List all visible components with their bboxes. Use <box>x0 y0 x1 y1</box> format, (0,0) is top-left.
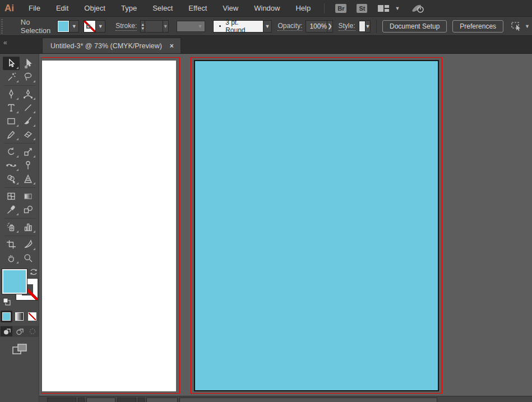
document-tab[interactable]: Untitled-3* @ 73% (CMYK/Preview) × <box>42 38 181 53</box>
gradient-button[interactable] <box>13 311 25 322</box>
puppet-warp-tool-icon[interactable] <box>20 159 36 172</box>
fill-indicator[interactable] <box>2 269 27 294</box>
hand-tool-icon[interactable] <box>3 251 20 265</box>
tool-separator <box>4 235 35 236</box>
eraser-tool-icon[interactable] <box>20 128 36 141</box>
menu-view[interactable]: View <box>215 0 246 17</box>
fill-color-swatch[interactable] <box>57 20 70 33</box>
change-screen-mode-button[interactable] <box>11 343 28 358</box>
menu-select[interactable]: Select <box>145 0 181 17</box>
close-tab-icon[interactable]: × <box>169 42 175 50</box>
menu-help[interactable]: Help <box>288 0 318 17</box>
magic-wand-tool-icon[interactable] <box>3 70 20 84</box>
menu-file[interactable]: File <box>21 0 48 17</box>
stock-button[interactable]: St <box>357 4 367 13</box>
document-tab-bar: « Untitled-3* @ 73% (CMYK/Preview) × <box>0 36 532 54</box>
mesh-tool-icon[interactable] <box>3 190 20 203</box>
selection-tool-icon[interactable] <box>3 57 20 70</box>
select-similar-chevron-icon[interactable]: ▼ <box>525 24 530 29</box>
preferences-button[interactable]: Preferences <box>452 20 503 33</box>
artboard-1[interactable] <box>42 61 176 391</box>
curvature-tool-icon[interactable] <box>20 87 36 101</box>
artboard-nav-arrows[interactable] <box>146 398 178 402</box>
gpu-performance-icon[interactable] <box>411 3 424 13</box>
tool-separator <box>4 218 35 219</box>
line-segment-tool-icon[interactable] <box>20 101 36 114</box>
stroke-color-swatch[interactable] <box>84 20 96 33</box>
pen-tool-icon[interactable] <box>3 87 20 101</box>
default-fill-stroke-icon[interactable] <box>2 297 11 308</box>
opacity-arrow-icon[interactable]: ❯ <box>327 20 332 33</box>
tool-separator <box>4 85 35 86</box>
document-setup-button[interactable]: Document Setup <box>382 20 447 33</box>
style-label: Style: <box>339 22 355 31</box>
brush-dot-icon <box>219 25 221 27</box>
menu-effect[interactable]: Effect <box>181 0 215 17</box>
canvas-area[interactable] <box>39 54 532 402</box>
status-display <box>179 398 437 402</box>
pencil-tool-icon[interactable] <box>3 128 20 141</box>
selection-rect-artboard-1[interactable] <box>41 57 180 394</box>
artboard-nav-field[interactable] <box>117 398 136 402</box>
stroke-weight-label: Stroke: <box>115 22 137 31</box>
chevron-down-icon[interactable]: ▼ <box>395 6 400 11</box>
stroke-weight-stepper[interactable]: ▲▼ <box>140 20 145 33</box>
zoom-chevron[interactable] <box>78 398 85 402</box>
collapse-panels-icon[interactable]: « <box>3 39 6 47</box>
type-tool-icon[interactable] <box>3 101 20 114</box>
paintbrush-tool-icon[interactable] <box>20 114 36 128</box>
artboard-2[interactable] <box>194 60 439 391</box>
artboard-nav-chevron[interactable] <box>138 398 145 402</box>
opacity-label: Opacity: <box>277 22 302 31</box>
rotate-tool-icon[interactable] <box>3 145 20 159</box>
color-button[interactable] <box>1 311 12 322</box>
menu-object[interactable]: Object <box>76 0 113 17</box>
style-chevron-icon[interactable]: ▼ <box>366 20 371 33</box>
none-button[interactable] <box>26 311 38 322</box>
brush-definition-dropdown[interactable]: 3 pt. Round ▼ <box>213 20 272 33</box>
tool-separator <box>4 143 35 144</box>
menu-window[interactable]: Window <box>246 0 288 17</box>
column-graph-tool-icon[interactable] <box>20 220 36 234</box>
brush-value: 3 pt. Round <box>213 20 263 33</box>
menu-type[interactable]: Type <box>113 0 145 17</box>
fill-stroke-indicator <box>1 268 38 308</box>
fill-chevron-icon[interactable]: ▼ <box>70 20 79 33</box>
select-similar-objects-icon[interactable] <box>510 21 522 31</box>
zoom-tool-icon[interactable] <box>20 251 36 265</box>
blend-tool-icon[interactable] <box>20 203 36 216</box>
menu-items: FileEditObjectTypeSelectEffectViewWindow… <box>21 0 318 17</box>
gradient-tool-icon[interactable] <box>20 190 36 203</box>
bridge-button[interactable]: Br <box>335 4 346 13</box>
workspace-switcher-icon[interactable] <box>378 4 389 12</box>
opacity-field[interactable]: 100% <box>306 20 327 33</box>
width-tool-icon[interactable] <box>3 159 20 172</box>
artboard-tool-icon[interactable] <box>3 238 20 251</box>
selection-rect-artboard-2[interactable] <box>191 57 442 394</box>
slice-tool-icon[interactable] <box>20 238 36 251</box>
draw-normal-button[interactable] <box>1 326 12 336</box>
menu-separator <box>324 3 325 13</box>
shape-builder-tool-icon[interactable] <box>3 172 20 186</box>
tool-separator <box>4 187 35 188</box>
lasso-tool-icon[interactable] <box>20 70 36 84</box>
rectangle-tool-icon[interactable] <box>3 114 20 128</box>
direct-selection-tool-icon[interactable] <box>20 57 36 70</box>
panel-grip[interactable] <box>1 19 3 34</box>
style-swatch[interactable] <box>359 21 366 32</box>
stroke-chevron-icon[interactable]: ▼ <box>96 20 105 33</box>
document-tab-title: Untitled-3* @ 73% (CMYK/Preview) <box>50 42 162 50</box>
artboard-nav-label <box>86 398 115 402</box>
scale-tool-icon[interactable] <box>20 145 36 159</box>
brush-chevron-icon[interactable]: ▼ <box>263 20 272 33</box>
draw-behind-button[interactable] <box>13 326 25 336</box>
zoom-level-field[interactable] <box>47 398 76 402</box>
selection-status-label: No Selection <box>5 18 57 35</box>
eyedropper-tool-icon[interactable] <box>3 203 20 216</box>
stroke-weight-chevron-icon[interactable]: ▼ <box>163 20 169 33</box>
stroke-weight-field[interactable] <box>145 20 163 33</box>
symbol-sprayer-tool-icon[interactable] <box>3 220 20 234</box>
menu-edit[interactable]: Edit <box>48 0 76 17</box>
swap-fill-stroke-icon[interactable] <box>29 268 38 278</box>
perspective-grid-tool-icon[interactable] <box>20 172 36 186</box>
